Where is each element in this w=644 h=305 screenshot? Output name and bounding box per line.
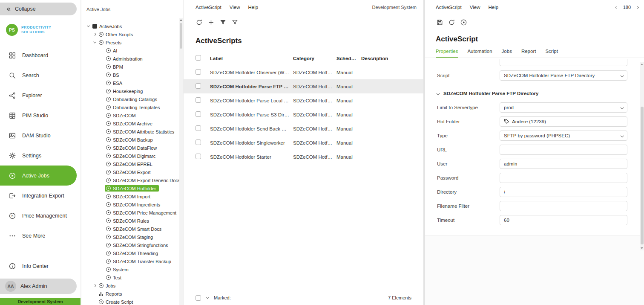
tree-expand-icon[interactable] <box>99 55 105 63</box>
tree-expand-icon[interactable] <box>99 176 105 184</box>
tree-item[interactable]: SDZeCOM Price Management <box>81 209 183 217</box>
tree-expand-icon[interactable] <box>99 152 105 160</box>
tree-item[interactable]: Test <box>81 273 183 282</box>
tree-item[interactable]: System <box>81 265 183 273</box>
scroll-up-icon[interactable] <box>179 18 183 22</box>
tree-item[interactable]: SDZeCOM Transfer Backup <box>81 257 183 265</box>
tree-item[interactable]: SDZeCOM Backup <box>81 136 183 144</box>
field-control[interactable] <box>500 59 627 66</box>
tree-expand-icon[interactable] <box>99 144 105 152</box>
sidebar-item-info-center[interactable]: Info Center <box>0 256 80 276</box>
add-icon[interactable] <box>207 19 215 26</box>
tree-item[interactable]: SDZeCOM Archive <box>81 119 183 128</box>
tree-expand-icon[interactable] <box>99 200 105 209</box>
script-row[interactable]: SDZeCOM Hotfolder Send Back Errors SDZeC… <box>184 122 423 136</box>
tree-item[interactable]: SDZeCOM Hotfolder <box>81 184 183 192</box>
field-control[interactable] <box>500 145 627 155</box>
sidebar-item-price-management[interactable]: € Price Management <box>0 206 80 226</box>
select-all-checkbox[interactable] <box>196 55 201 61</box>
script-row[interactable]: SDZeCOM Hotfolder Singleworker SDZeCOM H… <box>184 136 423 150</box>
collapse-button[interactable]: Collapse <box>0 3 77 15</box>
tree-item[interactable]: ESA <box>81 79 183 87</box>
row-checkbox[interactable] <box>196 154 201 159</box>
tree-item[interactable]: Onboarding Catalogs <box>81 95 183 103</box>
field-control[interactable] <box>500 201 627 211</box>
tree-expand-icon[interactable] <box>99 192 105 200</box>
tab-properties[interactable]: Properties <box>436 49 458 58</box>
tree-item[interactable]: Create Script <box>81 298 183 305</box>
tree-expand-icon[interactable] <box>99 87 105 95</box>
row-checkbox[interactable] <box>196 83 201 89</box>
sidebar-item-active-jobs[interactable]: Active Jobs <box>0 166 77 186</box>
script-row[interactable]: SDZeCOM Hotfolder Parse FTP Directory SD… <box>184 79 423 93</box>
tree-item[interactable]: Jobs <box>81 282 183 290</box>
tree-item[interactable]: SDZeCOM Threading <box>81 249 183 257</box>
tree-item[interactable]: Other Scripts <box>81 30 183 38</box>
scroll-up-icon[interactable] <box>640 62 644 67</box>
tree-expand-icon[interactable] <box>99 209 105 217</box>
tree-expand-icon[interactable] <box>99 111 105 119</box>
sidebar-item-pim-studio[interactable]: PIM Studio <box>0 105 80 125</box>
tree-expand-icon[interactable] <box>99 128 105 136</box>
script-row[interactable]: SDZeCOM Hotfolder Parse S3 Directory SDZ… <box>184 107 423 122</box>
user-menu[interactable]: AA Alex Admin <box>0 279 77 294</box>
tree-item[interactable]: Administration <box>81 55 183 63</box>
tree-expand-icon[interactable] <box>99 71 105 79</box>
tree-item[interactable]: SDZeCOM Import <box>81 192 183 200</box>
menu-activescript[interactable]: ActiveScript <box>436 5 462 10</box>
row-checkbox[interactable] <box>196 111 201 117</box>
tree-item[interactable]: Housekeeping <box>81 87 183 95</box>
menu-help[interactable]: Help <box>248 5 258 10</box>
tree-expand-icon[interactable] <box>99 95 105 103</box>
field-control[interactable]: prod <box>500 102 627 113</box>
field-control[interactable] <box>500 173 627 183</box>
tree-item[interactable]: SDZeCOM Digimarc <box>81 152 183 160</box>
tab-jobs[interactable]: Jobs <box>502 49 512 58</box>
tree-expand-icon[interactable] <box>99 273 105 282</box>
tree-item[interactable]: BPM <box>81 63 183 71</box>
tree-expand-icon[interactable] <box>99 63 105 71</box>
tree-item[interactable]: SDZeCOM Staging <box>81 233 183 241</box>
save-icon[interactable] <box>436 19 443 26</box>
sidebar-item-explorer[interactable]: Explorer <box>0 85 80 105</box>
field-control[interactable]: 60 <box>500 215 627 225</box>
column-label[interactable]: Label <box>210 56 293 61</box>
field-control[interactable]: admin <box>500 159 627 169</box>
row-checkbox[interactable] <box>196 139 201 145</box>
refresh-icon[interactable] <box>448 19 455 26</box>
tree-item[interactable]: Onboarding Templates <box>81 103 183 111</box>
pager-next-icon[interactable] <box>635 6 640 9</box>
dropdown-chevron-icon[interactable] <box>621 74 624 77</box>
tree-item[interactable]: SDZeCOM EPREL <box>81 160 183 168</box>
tree-item[interactable]: BS <box>81 71 183 79</box>
menu-help[interactable]: Help <box>488 5 498 10</box>
scrollbar-thumb[interactable] <box>180 23 182 49</box>
tree-expand-icon[interactable] <box>99 265 105 273</box>
tree-scrollbar[interactable] <box>179 18 183 305</box>
menu-activescript[interactable]: ActiveScript <box>196 5 221 10</box>
tree-expand-icon[interactable] <box>99 241 105 249</box>
tree-expand-icon[interactable] <box>99 184 105 192</box>
sidebar-item-integration-export[interactable]: Integration Export <box>0 186 80 206</box>
tree-expand-icon[interactable] <box>92 282 98 290</box>
tree-expand-icon[interactable] <box>99 168 105 176</box>
tree-item[interactable]: SDZeCOM Stringfunctions <box>81 241 183 249</box>
script-row[interactable]: SDZeCOM Hotfolder Observer (Worker) SDZe… <box>184 65 423 79</box>
tree-expand-icon[interactable] <box>92 38 98 46</box>
scroll-down-icon[interactable] <box>640 246 644 250</box>
menu-view[interactable]: View <box>470 5 480 10</box>
tree-expand-icon[interactable] <box>86 22 91 30</box>
tree-item[interactable]: SDZeCOM DataFlow <box>81 144 183 152</box>
tree-item[interactable]: Reports <box>81 290 183 298</box>
tree-expand-icon[interactable] <box>99 136 105 144</box>
tree-expand-icon[interactable] <box>99 119 105 128</box>
tree-expand-icon[interactable] <box>99 233 105 241</box>
run-icon[interactable] <box>460 19 467 26</box>
tree-expand-icon[interactable] <box>99 257 105 265</box>
tree-expand-icon[interactable] <box>99 225 105 233</box>
tree-expand-icon[interactable] <box>99 217 105 225</box>
filter-active-icon[interactable] <box>219 19 227 26</box>
dropdown-chevron-icon[interactable] <box>621 134 624 137</box>
field-control[interactable]: / <box>500 187 627 197</box>
pager-prev-icon[interactable] <box>614 6 619 9</box>
